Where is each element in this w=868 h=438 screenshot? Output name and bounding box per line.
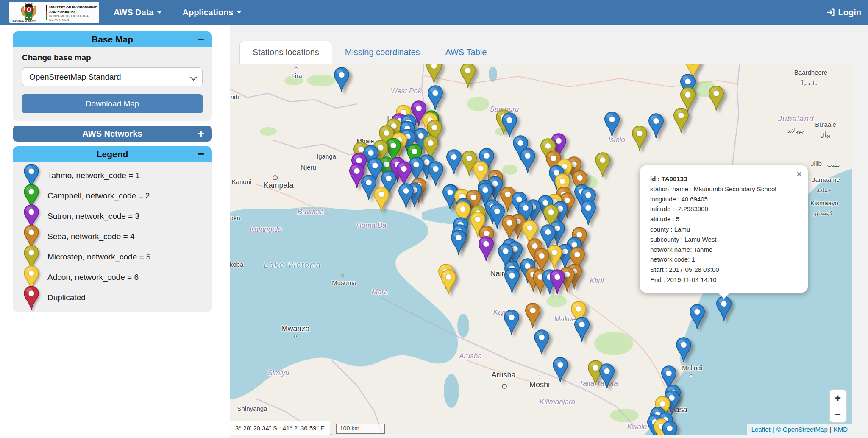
tab-aws-table[interactable]: AWS Table — [433, 41, 500, 64]
station-marker[interactable] — [428, 161, 444, 187]
map-place-label: Musoma — [332, 279, 356, 286]
popup-content: id : TA00133station_name : Mkunumbi Seco… — [650, 174, 798, 285]
station-marker[interactable] — [580, 200, 596, 226]
station-marker[interactable] — [549, 269, 565, 295]
login-icon — [826, 8, 836, 17]
station-marker[interactable] — [676, 337, 692, 363]
logo-divider — [46, 5, 47, 20]
map-place-label: Kanoni — [232, 178, 252, 185]
logo-ministry-line2: AND FORESTRY — [49, 10, 76, 14]
station-marker[interactable] — [334, 67, 350, 92]
base-map-header[interactable]: Base Map − — [13, 31, 212, 47]
aws-networks-header[interactable]: AWS Networks + — [13, 126, 212, 142]
map-place-label: Kwale — [627, 423, 647, 431]
popup-close-icon[interactable]: × — [796, 169, 802, 180]
station-marker[interactable] — [460, 64, 476, 88]
kenya-coat-of-arms-icon — [14, 2, 44, 20]
legend-item: Seba, network_code = 4 — [13, 226, 212, 247]
base-map-collapse-icon[interactable]: − — [198, 32, 204, 46]
nav-menu-applications[interactable]: Applications — [182, 8, 242, 17]
station-marker[interactable] — [501, 112, 517, 138]
legend-item-label: Adcon, network_code = 6 — [47, 273, 139, 282]
station-marker[interactable] — [427, 85, 443, 111]
login-button[interactable]: Login — [826, 0, 861, 25]
legend-item-label: Seba, network_code = 4 — [47, 232, 134, 241]
map-attribution: Leaflet| © OpenStreetMap| KMD — [747, 424, 852, 435]
attribution-leaflet-link[interactable]: Leaflet — [751, 426, 771, 433]
popup-field: altitude : 5 — [650, 214, 798, 224]
popup-field: subcounty : Lamu West — [650, 234, 798, 245]
station-marker[interactable] — [504, 310, 520, 335]
chevron-down-icon — [236, 11, 242, 14]
map-place-label: Kitui — [590, 277, 604, 285]
map-place-label: saka — [230, 214, 240, 221]
station-marker[interactable] — [662, 421, 678, 435]
station-marker[interactable] — [574, 317, 590, 342]
station-marker[interactable] — [440, 269, 456, 295]
attribution-kmd-link[interactable]: KMD — [834, 426, 848, 433]
map-place-label: Jamaame — [812, 176, 840, 183]
station-marker[interactable] — [632, 126, 648, 151]
map-place-label: Kalangala — [250, 225, 282, 234]
map-place-label: بوأل — [821, 132, 830, 138]
station-marker[interactable] — [478, 236, 494, 262]
station-marker[interactable] — [426, 64, 442, 84]
legend-item: Microstep, network_code = 5 — [13, 247, 212, 267]
station-marker[interactable] — [525, 303, 541, 328]
map-place-label: بااردبرآ — [801, 80, 818, 86]
station-marker[interactable] — [451, 230, 467, 255]
map-canvas[interactable]: UgandaLake VictoriaWest PokSamburuIsiolo… — [230, 64, 852, 435]
legend-item: Adcon, network_code = 6 — [13, 267, 212, 287]
legend-header[interactable]: Legend − — [13, 146, 212, 162]
station-marker[interactable] — [446, 149, 462, 175]
station-marker[interactable] — [708, 86, 724, 111]
logo-dept-line2: DEPARTMENT — [49, 18, 71, 22]
station-marker[interactable] — [373, 187, 389, 212]
login-label: Login — [838, 8, 861, 17]
tab-stations-locations[interactable]: Stations locations — [239, 41, 332, 64]
legend-item: Tahmo, network_code = 1 — [13, 165, 212, 186]
map-place-label: Arusha — [459, 352, 482, 360]
tab-missing-coordinates[interactable]: Missing coordinates — [332, 41, 433, 64]
base-map-title: Base Map — [92, 34, 133, 45]
station-marker[interactable] — [534, 329, 550, 355]
map-place-label: Kampala — [263, 181, 293, 190]
nav-menus: AWS DataApplications — [114, 8, 242, 17]
station-marker[interactable] — [501, 215, 517, 240]
station-marker[interactable] — [673, 108, 689, 133]
station-marker[interactable] — [648, 113, 664, 139]
legend-body: Tahmo, network_code = 1 Campbell, networ… — [13, 162, 212, 312]
station-marker[interactable] — [716, 296, 732, 321]
popup-field: longitude : 40.69405 — [650, 194, 798, 204]
logo-republic-text: REPUBLIC OF KENYA — [12, 20, 36, 22]
map-place-label: Simiyu — [267, 369, 289, 377]
legend-item: Campbell, network_code = 2 — [13, 186, 212, 206]
legend-item: Sutron, network_code = 3 — [13, 206, 212, 226]
change-base-map-label: Change base map — [22, 53, 203, 62]
station-marker[interactable] — [520, 148, 536, 173]
city-dot — [502, 384, 507, 389]
legend-title: Legend — [97, 149, 128, 159]
popup-field: station_name : Mkunumbi Secondary School — [650, 184, 798, 194]
popup-field: network name: Tahmo — [650, 245, 798, 255]
legend-item-label: Microstep, network_code = 5 — [47, 252, 150, 262]
base-map-select[interactable]: OpenStreetMap Standard — [22, 67, 203, 86]
city-dot — [295, 67, 298, 70]
aws-networks-title: AWS Networks — [82, 129, 142, 139]
download-map-button[interactable]: Download Map — [22, 94, 203, 113]
attribution-osm-link[interactable]: © OpenStreetMap — [776, 426, 828, 433]
zoom-out-button[interactable]: − — [830, 406, 846, 422]
legend-collapse-icon[interactable]: − — [198, 147, 204, 161]
station-marker[interactable] — [689, 304, 705, 329]
station-marker[interactable] — [595, 152, 611, 178]
aws-networks-expand-icon[interactable]: + — [198, 126, 204, 141]
station-marker[interactable] — [504, 268, 520, 293]
station-marker[interactable] — [599, 363, 615, 389]
nav-menu-aws-data[interactable]: AWS Data — [114, 8, 162, 17]
zoom-in-button[interactable]: + — [830, 390, 846, 406]
popup-field: id : TA00133 — [650, 174, 798, 184]
station-marker[interactable] — [604, 112, 620, 137]
map-place-label: West Pok — [391, 87, 421, 95]
station-marker[interactable] — [398, 183, 414, 209]
station-marker[interactable] — [552, 357, 568, 382]
